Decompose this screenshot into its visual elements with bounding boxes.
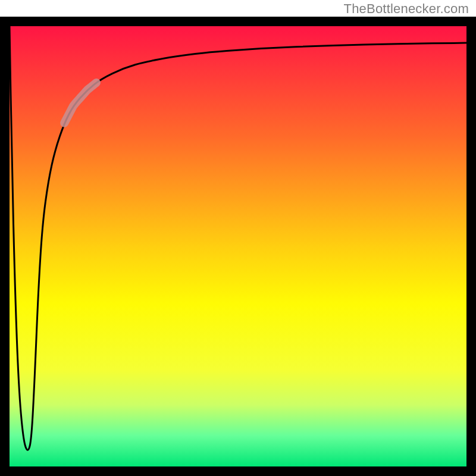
chart-container: TheBottlenecker.com <box>0 0 476 476</box>
chart-background <box>10 26 466 466</box>
attribution-text: TheBottlenecker.com <box>344 1 469 17</box>
bottleneck-chart <box>0 0 476 476</box>
